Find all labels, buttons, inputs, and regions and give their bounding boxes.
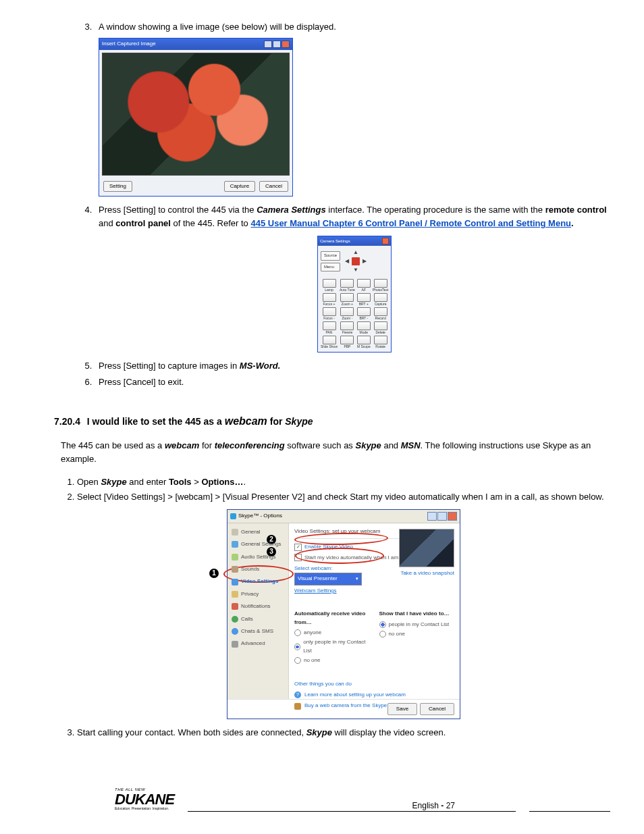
skype-sidebar: 1 2 3 GeneralGeneral SettingsAudio Setti…	[227, 523, 289, 699]
maximize-icon[interactable]	[437, 512, 447, 521]
intro-paragraph: The 445 can be used as a webcam for tele…	[61, 439, 610, 466]
camset-button[interactable]: Auto Tune	[340, 279, 355, 292]
sidebar-item[interactable]: Sounds	[227, 563, 288, 575]
s4-pre: Press [Setting] to control the 445 via t…	[99, 205, 257, 215]
enable-video-checkbox[interactable]	[294, 544, 302, 551]
radio-anyone[interactable]	[294, 629, 301, 636]
camset-button[interactable]: M Scope	[357, 336, 371, 348]
nav-pad[interactable]: ▲ ◀▶ ▼	[343, 249, 369, 274]
right-arrow-icon[interactable]: ▶	[360, 257, 369, 265]
menu-button[interactable]: Menu	[321, 263, 340, 271]
sidebar-icon	[232, 641, 238, 648]
insert-captured-image-window: Insert Captured Image Setting Capture Ca…	[99, 38, 293, 197]
manual-link[interactable]: 445 User Manual Chapter 6 Control Panel …	[250, 218, 571, 228]
radio-show-noone[interactable]	[379, 631, 386, 637]
s4-and: and	[99, 218, 115, 228]
camset-button[interactable]: Slide Show	[321, 336, 338, 348]
step-3: A window showing a live image (see below…	[95, 20, 610, 197]
sec-for: for	[267, 416, 285, 427]
sidebar-item[interactable]: Audio Settings	[227, 551, 288, 563]
camset-button[interactable]: Freeze	[340, 321, 355, 334]
sidebar-icon	[232, 554, 238, 561]
camset-button[interactable]: Mode	[357, 321, 371, 334]
camset-button[interactable]: Focus -	[321, 307, 338, 320]
sidebar-item[interactable]: Advanced	[227, 637, 288, 650]
camset-button[interactable]: Capture	[373, 293, 389, 306]
sidebar-item[interactable]: General	[227, 526, 288, 538]
camset-button[interactable]: BRT +	[357, 293, 371, 306]
sec-skype: Skype	[285, 416, 313, 427]
camset-button[interactable]: BRT -	[357, 307, 371, 320]
sidebar-item[interactable]: Video Settings	[227, 575, 288, 588]
down-arrow-icon[interactable]: ▼	[352, 266, 360, 274]
camset-title: Camera Settings	[320, 238, 350, 244]
section-number: 7.20.4	[54, 415, 80, 429]
capture-button[interactable]: Capture	[224, 181, 255, 192]
learn-more-link[interactable]: Learn more about setting up your webcam	[304, 691, 406, 699]
page-footer: THE ALL NEW DUKANE Education. Presentati…	[115, 787, 610, 812]
video-preview	[399, 529, 454, 567]
skype-titlebar: Skype™ - Options	[227, 510, 460, 523]
close-icon[interactable]	[448, 512, 457, 521]
capture-titlebar: Insert Captured Image	[99, 38, 292, 49]
other-things-heading: Other things you can do	[294, 680, 454, 688]
step-6: Press [Cancel] to exit.	[95, 375, 610, 389]
s4-after: of the 445. Refer to	[171, 218, 251, 228]
cancel-button[interactable]: Cancel	[259, 181, 288, 192]
step-4: Press [Setting] to control the 445 via t…	[95, 203, 610, 353]
camset-button[interactable]: PAN	[321, 321, 338, 334]
radio-show-contacts[interactable]	[379, 621, 386, 628]
skype-step-3: Start calling your contact. When both si…	[77, 726, 610, 739]
s4-rc: remote control	[545, 205, 607, 215]
skype-step-2: Select [Video Settings] > [webcam] > [Vi…	[77, 490, 610, 720]
camset-button[interactable]: Rotate	[373, 336, 389, 348]
setting-button[interactable]: Setting	[103, 181, 132, 192]
source-button[interactable]: Source	[321, 251, 340, 260]
sidebar-item[interactable]: Chats & SMS	[227, 625, 288, 637]
snapshot-link[interactable]: Take a video snapshot	[400, 569, 454, 577]
sidebar-icon	[232, 529, 238, 536]
save-button[interactable]: Save	[387, 703, 417, 715]
help-icon: ?	[294, 692, 301, 698]
enter-button[interactable]	[352, 257, 360, 265]
section-heading: 7.20.4 I would like to set the 445 as a …	[54, 413, 610, 430]
camset-button[interactable]: Focus +	[321, 293, 338, 306]
camset-button[interactable]: Zoom -	[340, 307, 355, 320]
radio-noone[interactable]	[294, 657, 301, 664]
camset-button[interactable]: Delete	[373, 321, 389, 334]
sidebar-item[interactable]: Notifications	[227, 600, 288, 613]
webcam-settings-link[interactable]: Webcam Settings	[294, 587, 454, 595]
camset-button[interactable]: PBP	[340, 336, 355, 348]
left-arrow-icon[interactable]: ◀	[343, 257, 351, 265]
cancel-button[interactable]: Cancel	[420, 703, 454, 715]
camset-button[interactable]: Record	[373, 307, 389, 320]
capture-title: Insert Captured Image	[102, 40, 156, 48]
minimize-icon[interactable]	[264, 41, 272, 48]
s5-em: MS-Word.	[240, 361, 280, 371]
sec-pre: I would like to set the 445 as a	[87, 416, 225, 427]
skype-steps: Open Skype and enter Tools > Options…. S…	[61, 475, 610, 740]
camset-button[interactable]: Zoom +	[340, 293, 355, 306]
sec-webcam: webcam	[225, 415, 267, 427]
camset-button[interactable]: Lamp	[321, 279, 338, 292]
sidebar-icon	[232, 591, 238, 598]
buy-webcam-link[interactable]: Buy a web camera from the Skype Shop	[304, 702, 401, 710]
up-arrow-icon[interactable]: ▲	[352, 249, 360, 257]
sidebar-icon	[232, 579, 238, 585]
close-icon[interactable]	[281, 41, 290, 48]
radio-contacts[interactable]	[294, 644, 300, 650]
sidebar-item[interactable]: Privacy	[227, 588, 288, 600]
minimize-icon[interactable]	[427, 512, 437, 521]
s4-cs: Camera Settings	[257, 205, 326, 215]
sidebar-item[interactable]: Calls	[227, 613, 288, 625]
close-icon[interactable]	[382, 238, 389, 244]
sidebar-icon	[232, 628, 238, 635]
skype-logo-icon	[230, 513, 236, 519]
maximize-icon[interactable]	[273, 41, 281, 48]
sidebar-item[interactable]: General Settings	[227, 538, 288, 550]
camset-button[interactable]: AF	[357, 279, 371, 292]
skype-step-1: Open Skype and enter Tools > Options….	[77, 475, 610, 489]
highlight-ellipse	[295, 548, 384, 564]
webcam-dropdown[interactable]: Visual Presenter▾	[294, 573, 362, 585]
camset-button[interactable]: Photo/Text	[373, 279, 389, 292]
